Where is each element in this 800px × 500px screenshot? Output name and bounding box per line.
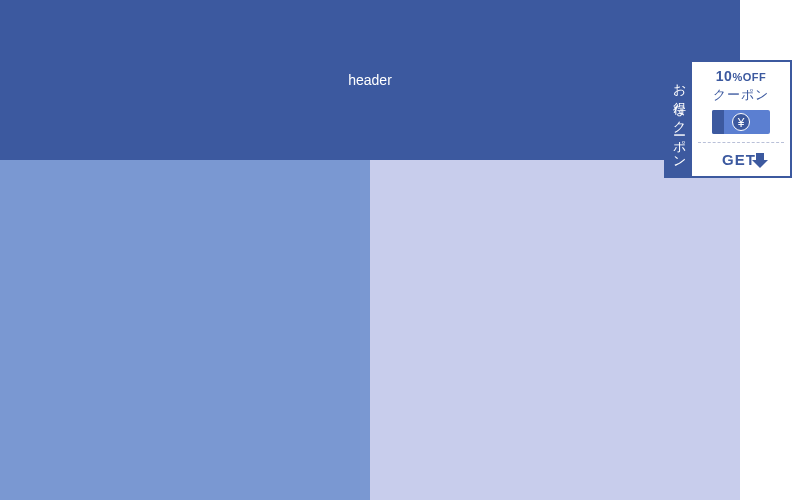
left-column xyxy=(0,160,370,500)
coupon-body: 10%OFF クーポン ¥ GET xyxy=(692,62,790,176)
yen-icon: ¥ xyxy=(732,113,750,131)
coupon-divider xyxy=(698,142,784,143)
coupon-discount: 10%OFF xyxy=(716,68,766,84)
coupon-tab[interactable]: お得なクーポン xyxy=(666,62,692,176)
coupon-discount-number: 10 xyxy=(716,68,733,84)
coupon-widget[interactable]: お得なクーポン 10%OFF クーポン ¥ GET xyxy=(664,60,792,178)
coupon-ticket-icon: ¥ xyxy=(712,110,770,134)
content-columns xyxy=(0,160,740,500)
coupon-discount-suffix: %OFF xyxy=(732,71,766,83)
header-label: header xyxy=(348,72,392,88)
coupon-subtitle: クーポン xyxy=(713,86,769,104)
header: header xyxy=(0,0,740,160)
coupon-tab-label: お得なクーポン xyxy=(671,75,687,164)
right-column xyxy=(370,160,740,500)
coupon-get-label: GET xyxy=(722,151,756,168)
coupon-get-button[interactable]: GET xyxy=(722,149,760,170)
